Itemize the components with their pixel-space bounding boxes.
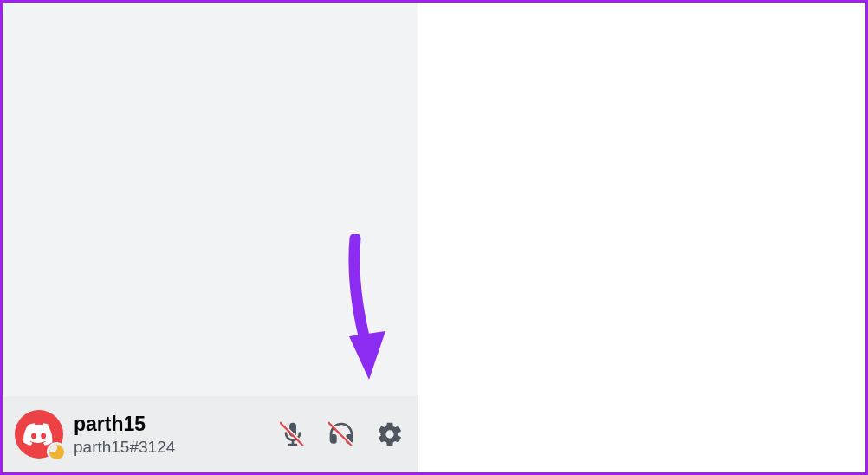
idle-status-icon [49,445,64,459]
usertag-label: parth15#3124 [74,437,267,458]
avatar[interactable] [15,410,63,459]
settings-button[interactable] [374,419,405,450]
deafen-button[interactable] [326,419,357,450]
user-info[interactable]: parth15 parth15#3124 [74,412,267,458]
sidebar-content-area [3,3,418,396]
user-area: parth15 parth15#3124 [3,396,418,472]
sidebar-panel: parth15 parth15#3124 [3,3,418,472]
status-badge [47,442,66,461]
gear-icon [376,420,404,448]
username-label: parth15 [74,412,267,437]
user-controls [277,419,405,450]
mute-button[interactable] [277,419,308,450]
